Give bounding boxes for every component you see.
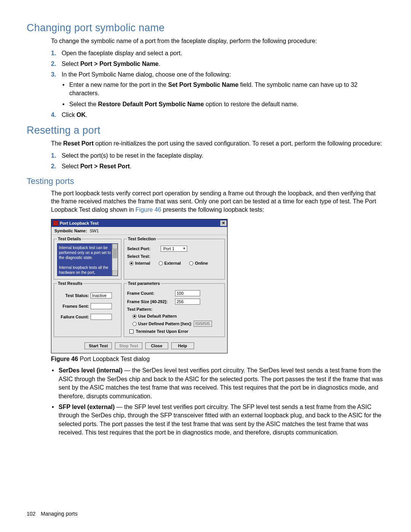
close-button[interactable]: Close [145,342,168,349]
radio-icon [189,261,193,265]
symbolic-name-label: Symbolic Name: [54,228,87,233]
desc-serdes: SerDes level (internal) — the SerDes lev… [51,366,384,401]
step-text: Open the faceplate display and select a … [62,50,182,56]
step-1: 1. Select the port(s) to be reset in the… [51,152,384,160]
test-descriptions: SerDes level (internal) — the SerDes lev… [51,366,384,437]
step-number: 2. [51,162,56,171]
heading-testing-ports: Testing ports [27,176,384,186]
scroll-up-icon[interactable] [112,244,118,249]
test-status-label: Test Status: [57,293,89,298]
close-icon[interactable]: ✕ [220,220,226,226]
radio-icon [129,261,134,265]
radio-default-pattern[interactable]: Use Default Pattern [132,314,221,318]
start-test-button[interactable]: Start Test [84,342,112,349]
page-number: 102 [27,511,35,517]
group-test-results: Test Results Test Status: Inactive Frame… [54,281,121,337]
substeps: Enter a new name for the port in the Set… [62,81,384,109]
stop-test-button: Stop Test [115,342,142,349]
group-test-selection: Test Selection Select Port: Port 1 Selec… [124,236,225,280]
help-button[interactable]: Help [171,342,194,349]
desc-sfp: SFP level (external) — the SFP level tes… [51,403,384,437]
step-text: In the Port Symbolic Name dialog, choose… [62,71,231,78]
scroll-thumb[interactable] [113,249,117,258]
failure-count-value [91,314,112,320]
page-footer: 102 Managing ports [27,511,78,517]
test-details-text: Internal loopback test can be performed … [57,243,118,276]
terminate-checkbox[interactable]: Terminate Test Upon Error [127,329,221,334]
group-legend: Test parameters [127,281,161,286]
group-legend: Test Results [57,281,83,286]
frame-size-label: Frame Size [40-292]: [127,299,173,304]
step-2: 2. Select Port > Port Symbolic Name. [51,60,384,68]
heading-resetting-port: Resetting a port [27,125,384,136]
step-number: 4. [51,111,56,119]
figure-caption: Figure 46 Port Loopback Test dialog [51,356,384,363]
frames-sent-value [91,303,112,309]
steps-changing-port: 1. Open the faceplate display and select… [51,49,384,120]
step-1: 1. Open the faceplate display and select… [51,49,384,58]
port-loopback-dialog: Port Loopback Test ✕ Symbolic Name: SW1 … [51,219,228,353]
frame-size-input[interactable]: 256 [175,299,200,305]
step-text: Select Port > Reset Port. [62,163,132,169]
scrollbar[interactable] [112,244,118,276]
steps-resetting-port: 1. Select the port(s) to be reset in the… [51,152,384,171]
substep: Enter a new name for the port in the Set… [62,81,384,98]
step-number: 1. [51,49,56,58]
group-test-parameters: Test parameters Frame Count: 100 Frame S… [124,281,225,337]
heading-changing-port: Changing port symbolic name [27,22,384,34]
frame-count-label: Frame Count: [127,291,173,296]
radio-user-pattern[interactable]: User Defined Pattern [hex]: f5f5f5f5 [132,321,221,327]
substep: Select the Restore Default Port Symbolic… [62,100,384,109]
step-text: Select Port > Port Symbolic Name. [62,61,160,67]
frame-count-input[interactable]: 100 [175,290,200,296]
user-pattern-input: f5f5f5f5 [194,321,212,327]
select-test-label: Select Test: [127,254,158,259]
select-port-dropdown[interactable]: Port 1 [161,246,187,252]
radio-icon [132,322,137,326]
dialog-title: Port Loopback Test [60,221,220,225]
step-number: 2. [51,60,56,68]
symbolic-name-row: Symbolic Name: SW1 [51,227,227,235]
failure-count-label: Failure Count: [57,315,89,319]
group-test-details: Test Details Internal loopback test can … [54,236,121,280]
step-text: Select the port(s) to be reset in the fa… [62,152,203,159]
app-icon [53,220,58,226]
dialog-titlebar: Port Loopback Test ✕ [51,219,227,227]
test-pattern-label: Test Pattern: [127,307,173,312]
group-legend: Test Details [57,236,82,241]
figure-link[interactable]: Figure 46 [135,206,161,213]
step-number: 1. [51,152,56,160]
intro-paragraph-2: The Reset Port option re-initializes the… [51,139,384,148]
dialog-button-row: Start Test Stop Test Close Help [51,339,227,353]
radio-icon [132,314,137,318]
radio-internal[interactable]: Internal [129,261,150,265]
scroll-down-icon[interactable] [112,270,118,276]
checkbox-icon [129,329,134,334]
test-status-value: Inactive [91,292,112,299]
step-text: Click OK. [62,112,88,118]
symbolic-name-value: SW1 [90,228,99,233]
select-port-label: Select Port: [127,246,158,251]
step-4: 4. Click OK. [51,111,384,119]
step-number: 3. [51,70,56,79]
footer-section: Managing ports [41,511,78,517]
group-legend: Test Selection [127,236,157,241]
radio-external[interactable]: External [159,261,181,265]
step-3: 3. In the Port Symbolic Name dialog, cho… [51,70,384,109]
radio-online[interactable]: Online [189,261,208,265]
step-2: 2. Select Port > Reset Port. [51,162,384,171]
intro-paragraph-1: To change the symbolic name of a port fr… [51,37,384,45]
intro-paragraph-3: The port loopback tests verify correct p… [51,189,384,214]
frames-sent-label: Frames Sent: [57,304,89,308]
radio-icon [159,261,163,265]
